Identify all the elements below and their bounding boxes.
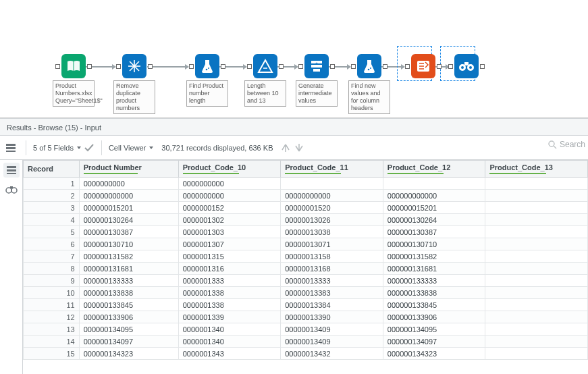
table-row[interactable]: 9000000133333000000133300000013333000000…: [24, 275, 588, 287]
data-cell[interactable]: 000000130264: [383, 214, 485, 226]
workflow-node-n4[interactable]: +Generate intermediate values: [296, 54, 338, 107]
column-header[interactable]: Product Number: [79, 161, 178, 178]
data-cell[interactable]: 0000001343: [178, 348, 281, 360]
table-row[interactable]: 1400000013409700000013400000001340900000…: [24, 336, 588, 348]
data-cell[interactable]: [485, 287, 588, 299]
table-row[interactable]: 1500000013432300000013430000001343200000…: [24, 348, 588, 360]
data-cell[interactable]: 00000013390: [281, 311, 383, 323]
data-cell[interactable]: 0000001315: [178, 250, 281, 263]
record-cell[interactable]: 1: [24, 178, 80, 190]
data-cell[interactable]: 000000130710: [79, 238, 178, 250]
data-cell[interactable]: 0000001302: [178, 214, 281, 226]
data-cell[interactable]: 000000133333: [79, 275, 178, 287]
data-cell[interactable]: 000000130387: [79, 226, 178, 238]
data-cell[interactable]: 0000001340: [178, 336, 281, 348]
data-cell[interactable]: 000000133845: [79, 299, 178, 311]
table-row[interactable]: 4000000130264000000130200000013026000000…: [24, 214, 588, 226]
table-row[interactable]: 1200000013390600000013390000001339000000…: [24, 311, 588, 323]
record-cell[interactable]: 4: [24, 214, 80, 226]
data-cell[interactable]: 00000000000: [281, 190, 383, 202]
data-cell[interactable]: [485, 190, 588, 202]
results-grid[interactable]: RecordProduct NumberProduct_Code_10Produ…: [23, 160, 588, 374]
column-header[interactable]: Product_Code_12: [383, 161, 485, 178]
record-cell[interactable]: 10: [24, 287, 80, 299]
data-cell[interactable]: [485, 226, 588, 238]
data-cell[interactable]: 000000015201: [79, 202, 178, 214]
data-cell[interactable]: 00000013383: [281, 287, 383, 299]
data-cell[interactable]: 0000001316: [178, 263, 281, 275]
record-cell[interactable]: 15: [24, 348, 80, 360]
data-cell[interactable]: 00000013409: [281, 336, 383, 348]
data-cell[interactable]: 00000001520: [281, 202, 383, 214]
record-cell[interactable]: 2: [24, 190, 80, 202]
workflow-node-n0[interactable]: Product Numbers.xlsx Query="Sheet1$": [53, 54, 95, 107]
output-port[interactable]: [87, 64, 92, 69]
data-cell[interactable]: 0000001307: [178, 238, 281, 250]
input-port[interactable]: [116, 64, 121, 69]
data-cell[interactable]: [383, 178, 485, 190]
arrow-up-icon[interactable]: [281, 143, 290, 153]
data-cell[interactable]: [485, 336, 588, 348]
data-cell[interactable]: 0000000000: [79, 178, 178, 190]
search-box[interactable]: Search: [547, 140, 585, 149]
data-cell[interactable]: 000000134095: [383, 323, 485, 336]
record-cell[interactable]: 5: [24, 226, 80, 238]
table-row[interactable]: 1000000013383800000013380000001338300000…: [24, 287, 588, 299]
input-port[interactable]: [189, 64, 194, 69]
data-cell[interactable]: 0000001333: [178, 275, 281, 287]
table-row[interactable]: 6000000130710000000130700000013071000000…: [24, 238, 588, 250]
data-cell[interactable]: 00000013026: [281, 214, 383, 226]
record-cell[interactable]: 7: [24, 250, 80, 263]
data-cell[interactable]: 000000130264: [79, 214, 178, 226]
workflow-node-n3[interactable]: Length between 10 and 13: [244, 54, 286, 107]
data-cell[interactable]: [485, 238, 588, 250]
data-cell[interactable]: 000000134323: [79, 348, 178, 360]
input-port[interactable]: [448, 64, 453, 69]
data-cell[interactable]: 000000133845: [383, 299, 485, 311]
data-cell[interactable]: [485, 323, 588, 336]
input-port[interactable]: [405, 64, 410, 69]
data-cell[interactable]: 000000134097: [79, 336, 178, 348]
output-port[interactable]: [480, 64, 485, 69]
data-cell[interactable]: [485, 348, 588, 360]
data-cell[interactable]: [485, 250, 588, 263]
data-cell[interactable]: 0000000152: [178, 202, 281, 214]
record-cell[interactable]: 6: [24, 238, 80, 250]
workflow-node-n6[interactable]: [402, 54, 444, 78]
data-cell[interactable]: 0000001339: [178, 311, 281, 323]
input-port[interactable]: [298, 64, 303, 69]
data-cell[interactable]: 000000133333: [383, 275, 485, 287]
data-cell[interactable]: 00000013409: [281, 323, 383, 336]
data-cell[interactable]: 000000134095: [79, 323, 178, 336]
workflow-canvas[interactable]: Product Numbers.xlsx Query="Sheet1$"Remo…: [0, 0, 588, 118]
data-cell[interactable]: 00000013158: [281, 250, 383, 263]
data-cell[interactable]: 000000015201: [383, 202, 485, 214]
data-cell[interactable]: 000000131582: [383, 250, 485, 263]
table-row[interactable]: 3000000015201000000015200000001520000000…: [24, 202, 588, 214]
data-cell[interactable]: 000000131681: [79, 263, 178, 275]
record-cell[interactable]: 8: [24, 263, 80, 275]
rail-metadata-button[interactable]: [3, 163, 20, 178]
data-cell[interactable]: 000000131681: [383, 263, 485, 275]
table-row[interactable]: 8000000131681000000131600000013168000000…: [24, 263, 588, 275]
data-cell[interactable]: 00000013071: [281, 238, 383, 250]
table-row[interactable]: 2000000000000000000000000000000000000000…: [24, 190, 588, 202]
data-cell[interactable]: 0000000000: [178, 190, 281, 202]
data-cell[interactable]: 00000013333: [281, 275, 383, 287]
data-cell[interactable]: [485, 311, 588, 323]
data-cell[interactable]: 00000013432: [281, 348, 383, 360]
column-header[interactable]: Product_Code_13: [485, 161, 588, 178]
table-row[interactable]: 1300000013409500000013400000001340900000…: [24, 323, 588, 336]
data-cell[interactable]: 000000133906: [383, 311, 485, 323]
data-cell[interactable]: 000000134097: [383, 336, 485, 348]
record-cell[interactable]: 14: [24, 336, 80, 348]
data-cell[interactable]: 000000134323: [383, 348, 485, 360]
input-port[interactable]: [247, 64, 252, 69]
table-row[interactable]: 100000000000000000000: [24, 178, 588, 190]
data-cell[interactable]: [485, 299, 588, 311]
data-cell[interactable]: 0000000000: [178, 178, 281, 190]
record-cell[interactable]: 3: [24, 202, 80, 214]
column-header[interactable]: Record: [24, 161, 80, 178]
data-cell[interactable]: 000000000000: [79, 190, 178, 202]
cell-viewer-dropdown[interactable]: Cell Viewer: [109, 144, 153, 152]
